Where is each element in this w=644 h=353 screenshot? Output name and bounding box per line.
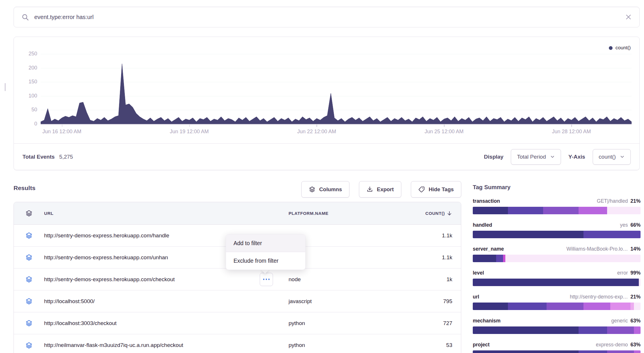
platform-cell[interactable]: python <box>289 342 398 348</box>
tag-row-header: server_nameWilliams-MacBook-Pro.lo…14% <box>473 246 641 252</box>
x-axis-tick <box>317 125 317 127</box>
count-cell[interactable]: 53 <box>398 342 461 348</box>
y-axis-tick-label: 200 <box>22 65 37 71</box>
x-axis-tick-label: Jun 22 12:00 AM <box>285 129 348 135</box>
tag-bar-segment <box>583 231 641 238</box>
tag-distribution-bar[interactable] <box>473 231 641 238</box>
search-input[interactable]: event.type:error has:url <box>34 14 625 20</box>
x-axis-line <box>41 124 632 125</box>
count-cell[interactable]: 727 <box>398 320 461 326</box>
tag-distribution-bar[interactable] <box>473 207 641 214</box>
table-row[interactable]: http://neilmanvar-flask-m3uuizd7iq-uc.a.… <box>14 334 461 353</box>
table-row[interactable]: http://localhost:3003/checkoutpython727 <box>14 312 461 334</box>
tag-bar-segment <box>607 350 634 353</box>
results-table: URL PLATFORM.NAME COUNT() http://sentry-… <box>14 202 461 353</box>
tag-row-header: levelerror99% <box>473 270 641 276</box>
button-label: Hide Tags <box>429 186 454 193</box>
stack-icon <box>25 276 33 283</box>
column-header-count[interactable]: COUNT() <box>398 211 461 216</box>
columns-button[interactable]: Columns <box>301 181 349 198</box>
tag-bar-segment <box>473 326 579 334</box>
tag-distribution-bar[interactable] <box>473 255 641 262</box>
row-stack-icon-cell <box>14 276 44 283</box>
export-button[interactable]: Export <box>359 181 401 198</box>
tag-bar-segment <box>607 207 641 214</box>
tag-distribution-bar[interactable] <box>473 303 641 310</box>
count-cell[interactable]: 1k <box>398 276 461 283</box>
events-chart-panel: count() 050100150200250Jun 16 12:00 AMJu… <box>14 37 640 170</box>
stack-icon <box>309 186 315 193</box>
row-stack-icon-cell <box>14 320 44 327</box>
x-axis-tick-label: Jun 19 12:00 AM <box>158 129 221 135</box>
ellipsis-dot-icon <box>263 279 265 280</box>
tag-percent: 14% <box>630 246 641 252</box>
tag-bar-segment <box>543 207 578 214</box>
platform-cell[interactable]: javascript <box>289 298 398 305</box>
count-header-label: COUNT() <box>425 211 445 216</box>
cell-actions-button[interactable] <box>260 273 273 286</box>
display-select[interactable]: Total Period <box>511 149 561 165</box>
table-row[interactable]: http://sentry-demos-express.herokuapp.co… <box>14 268 461 290</box>
discover-page: event.type:error has:url count() 0501001… <box>0 0 644 353</box>
tag-bar-segment <box>473 279 639 286</box>
search-bar[interactable]: event.type:error has:url <box>14 7 640 27</box>
tag-bar-segment <box>508 207 543 214</box>
tag-icon <box>418 186 425 193</box>
count-cell[interactable]: 1.1k <box>398 254 461 261</box>
display-value: Total Period <box>517 154 546 160</box>
chevron-down-icon <box>550 154 555 159</box>
tag-distribution-bar[interactable] <box>473 279 641 286</box>
sidebar-collapse-handle[interactable] <box>5 83 6 91</box>
tag-bar-segment <box>503 255 506 262</box>
count-cell[interactable]: 1.1k <box>398 232 461 239</box>
tag-row-project: projectexpress-demo63% <box>473 342 641 353</box>
chevron-down-icon <box>620 154 625 159</box>
tag-row-transaction: transactionGET|/handled21% <box>473 198 641 214</box>
tag-bar-segment <box>634 350 641 353</box>
tag-bar-segment <box>473 207 508 214</box>
tag-name: transaction <box>473 198 500 204</box>
stack-icon <box>25 298 33 305</box>
tag-summary-heading: Tag Summary <box>473 184 641 191</box>
yaxis-select[interactable]: count() <box>593 149 631 165</box>
table-row[interactable]: http://localhost:5000/javascript795 <box>14 290 461 312</box>
column-header-platform[interactable]: PLATFORM.NAME <box>289 211 398 216</box>
tag-row-header: mechanismgeneric63% <box>473 318 641 324</box>
sort-descending-icon <box>447 211 452 216</box>
tag-bar-segment <box>634 303 641 310</box>
tag-distribution-bar[interactable] <box>473 350 641 353</box>
count-cell[interactable]: 795 <box>398 298 461 305</box>
tag-row-handled: handledyes66% <box>473 222 641 238</box>
tag-top-value: express-demo <box>596 342 628 348</box>
url-cell[interactable]: http://neilmanvar-flask-m3uuizd7iq-uc.a.… <box>44 342 289 348</box>
tag-bar-segment <box>473 231 583 238</box>
clear-search-icon[interactable] <box>625 14 632 20</box>
tag-percent: 66% <box>630 222 641 228</box>
platform-cell[interactable]: python <box>289 320 398 326</box>
url-cell[interactable]: http://sentry-demos-express.herokuapp.co… <box>44 276 289 283</box>
tag-bar-segment <box>473 350 579 353</box>
tag-bar-segment <box>607 326 634 334</box>
platform-cell[interactable]: node <box>289 276 398 283</box>
tag-name: level <box>473 270 484 276</box>
results-toolbar: ColumnsExportHide Tags <box>301 181 461 198</box>
menu-item-add-to-filter[interactable]: Add to filter <box>226 234 305 252</box>
tag-row-header: transactionGET|/handled21% <box>473 198 641 204</box>
events-area-chart[interactable]: 050100150200250Jun 16 12:00 AMJun 19 12:… <box>41 54 632 124</box>
y-axis-tick-label: 250 <box>22 51 37 57</box>
tag-top-value: Williams-MacBook-Pro.lo… <box>566 246 628 252</box>
chart-legend[interactable]: count() <box>609 45 631 51</box>
url-cell[interactable]: http://localhost:5000/ <box>44 298 289 305</box>
row-stack-icon-cell <box>14 254 44 261</box>
hide-tags-button[interactable]: Hide Tags <box>411 181 461 198</box>
tag-distribution-bar[interactable] <box>473 326 641 334</box>
tag-top-value: http://sentry-demos-exp… <box>570 294 628 300</box>
tag-percent: 21% <box>630 294 641 300</box>
url-cell[interactable]: http://localhost:3003/checkout <box>44 320 289 326</box>
tag-percent: 21% <box>630 198 641 204</box>
display-label: Display <box>484 154 504 160</box>
tag-top-value: generic <box>611 318 628 324</box>
menu-item-exclude-from-filter[interactable]: Exclude from filter <box>226 252 305 270</box>
column-header-url[interactable]: URL <box>44 211 289 216</box>
tag-percent: 63% <box>630 342 641 348</box>
